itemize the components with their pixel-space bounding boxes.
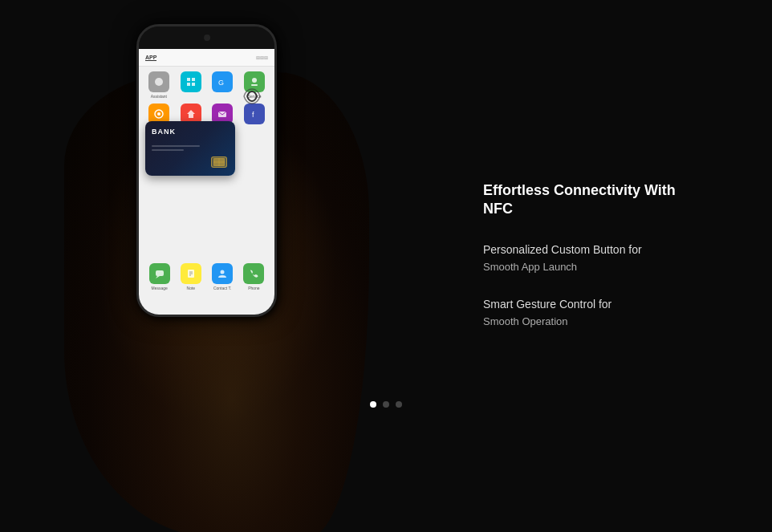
- feature-item-2-line2: Smooth Operation: [483, 314, 708, 328]
- app-icon-img-message: [149, 263, 170, 284]
- phone-top: [139, 26, 274, 49]
- carousel-dot-3[interactable]: [396, 401, 402, 408]
- app-icon-label: Assistant: [151, 94, 167, 99]
- svg-marker-10: [187, 110, 195, 118]
- app-icon-label-phone: Phone: [248, 286, 259, 290]
- bank-card-chip: [211, 156, 227, 168]
- carousel-dot-1[interactable]: [370, 401, 376, 408]
- svg-text:G: G: [218, 79, 224, 87]
- feature-item-1-line2: Smooth App Launch: [483, 260, 708, 274]
- card-line-1: [152, 145, 200, 147]
- svg-point-22: [221, 270, 225, 274]
- svg-point-9: [157, 112, 160, 116]
- app-icon-note[interactable]: Note: [177, 263, 205, 290]
- app-icon-phone[interactable]: Phone: [240, 263, 268, 290]
- feature-title: Effortless Connectivity With NFC: [483, 181, 708, 218]
- feature-item-2: Smart Gesture Control for Smooth Operati…: [483, 297, 708, 329]
- app-icon-img-note: [181, 263, 201, 284]
- feature-item-2-line1: Smart Gesture Control for: [483, 297, 708, 313]
- phone-power-button: [275, 91, 277, 123]
- camera-dot: [204, 35, 210, 41]
- feature-item-1-line1: Personalized Custom Button for: [483, 242, 708, 258]
- svg-marker-17: [156, 276, 160, 278]
- carousel-dot-2[interactable]: [383, 401, 389, 408]
- screen-tab-app: APP: [145, 55, 156, 61]
- bank-card-label: BANK: [152, 128, 229, 136]
- phone-screen: APP ⊞⊞⊞ Assistant: [139, 49, 274, 315]
- app-icon-message[interactable]: Message: [145, 263, 173, 290]
- app-icon-google[interactable]: G: [209, 71, 237, 99]
- svg-rect-4: [192, 83, 195, 86]
- phone-container: APP ⊞⊞⊞ Assistant: [80, 8, 385, 473]
- phone-volume-down-button: [136, 108, 138, 128]
- svg-rect-16: [156, 270, 164, 276]
- screen-tabs: ⊞⊞⊞: [256, 55, 268, 60]
- app-icon-assistant[interactable]: Assistant: [145, 71, 173, 99]
- nfc-symbol: [241, 87, 263, 109]
- app-icon-img-grid: [181, 71, 201, 92]
- app-icon-label-contact: Contact T.: [213, 286, 231, 290]
- app-icon-img: [148, 71, 169, 92]
- card-line-2: [152, 149, 184, 151]
- app-icon-img-g: G: [212, 71, 233, 92]
- svg-rect-1: [187, 78, 190, 81]
- app-icon-img-contact: [212, 263, 233, 284]
- screen-bottom-icons: Message Note Contact T.: [139, 263, 274, 290]
- feature-item-1: Personalized Custom Button for Smooth Ap…: [483, 242, 708, 274]
- carousel-dots: [370, 401, 402, 408]
- app-icon-grid[interactable]: [177, 71, 205, 99]
- screen-header: APP ⊞⊞⊞: [139, 49, 274, 67]
- phone-body: APP ⊞⊞⊞ Assistant: [136, 24, 277, 317]
- app-icon-label-message: Message: [151, 286, 167, 290]
- svg-text:f: f: [252, 111, 254, 119]
- phone-volume-up-button: [136, 83, 138, 103]
- svg-rect-2: [192, 78, 195, 81]
- screen-tab-unused: ⊞⊞⊞: [256, 55, 268, 60]
- app-icon-img-phone: [243, 263, 264, 284]
- svg-point-0: [155, 78, 163, 86]
- app-icon-label-note: Note: [187, 286, 196, 290]
- svg-point-6: [252, 78, 257, 83]
- text-content: Effortless Connectivity With NFC Persona…: [483, 181, 708, 351]
- scene: APP ⊞⊞⊞ Assistant: [0, 0, 772, 532]
- svg-rect-3: [187, 83, 190, 86]
- bank-card-lines: [152, 145, 229, 151]
- app-icon-contact[interactable]: Contact T.: [209, 263, 237, 290]
- nfc-overlay: [239, 85, 265, 111]
- bank-card: BANK: [145, 121, 235, 176]
